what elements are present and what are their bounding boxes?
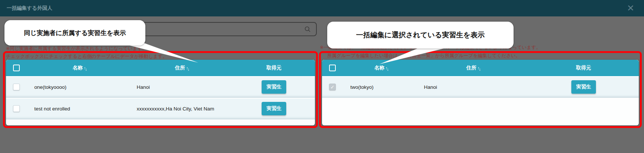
trainee-name: one(tokyoooo) (28, 84, 131, 90)
left-note-line1: ※同じ実施者に所属する実習生が表示されるようになっています。 (6, 46, 147, 52)
select-all-checkbox[interactable] (13, 65, 20, 71)
close-icon[interactable]: ✕ (627, 4, 634, 13)
check-icon: ✓ (331, 84, 335, 90)
source-badge[interactable]: 実習生 (262, 102, 287, 115)
modal-footer: ＋ 追加 ↻ 更新 実習生一覧 登録 (0, 128, 644, 153)
column-header-address[interactable]: 住所↑↓ (418, 65, 528, 71)
sort-icon: ↑↓ (477, 66, 480, 70)
table-header-row: 名称↑↓ 住所↑↓ 取得元 (6, 60, 315, 76)
left-note-line2: チェックボックスにチェックすると右側のテーブルにデータが移動します。 (6, 53, 167, 60)
column-header-source: 取得元 (233, 65, 315, 71)
batch-edit-modal: 一括編集する外国人 ✕ ※同じ実施者に所属する実習生が表示されるようになっていま… (0, 0, 644, 153)
table-header-row: 名称↑↓ 住所↑↓ 取得元 (322, 60, 639, 76)
trainee-address: Hanoi (131, 84, 233, 90)
column-header-address[interactable]: 住所↑↓ (131, 65, 233, 71)
right-note-line2: 所属グループを編集したい場合は、「実習生一覧」から所属グループを編集してください… (327, 53, 520, 59)
table-row: ✓ two(tokyo) Hanoi 実習生 (322, 76, 639, 98)
trainee-address: Hanoi (418, 84, 528, 90)
column-header-name[interactable]: 名称↑↓ (28, 65, 131, 71)
modal-title: 一括編集する外国人 (7, 5, 52, 12)
source-badge[interactable]: 実習生 (571, 80, 596, 94)
table-row: one(tokyoooo) Hanoi 実習生 (6, 76, 315, 98)
column-header-source: 取得元 (528, 65, 639, 71)
row-checkbox-checked[interactable]: ✓ (329, 84, 336, 90)
modal-titlebar: 一括編集する外国人 ✕ (0, 0, 644, 16)
table-row: test not enrolled xxxxxxxxxxx,Ha Noi Cit… (6, 98, 315, 119)
column-header-name[interactable]: 名称↑↓ (344, 65, 418, 71)
right-callout: 一括編集に選択されている実習生を表示 (327, 22, 514, 49)
trainee-name: test not enrolled (28, 106, 131, 112)
same-company-trainees-table: 名称↑↓ 住所↑↓ 取得元 one(tokyoooo) Hanoi 実習生 te… (6, 60, 315, 125)
sort-icon: ↑↓ (385, 66, 388, 70)
sort-icon: ↑↓ (84, 66, 86, 70)
trainee-name: two(tokyo) (344, 84, 418, 90)
select-all-checkbox[interactable] (329, 65, 336, 71)
search-icon (304, 26, 311, 32)
row-checkbox[interactable] (13, 84, 20, 90)
source-badge[interactable]: 実習生 (262, 80, 287, 94)
selected-trainees-table: 名称↑↓ 住所↑↓ 取得元 ✓ two(tokyo) Hanoi 実習生 (322, 60, 639, 125)
left-callout: 同じ実施者に所属する実習生を表示 (4, 20, 145, 46)
row-checkbox[interactable] (13, 105, 20, 112)
trainee-address: xxxxxxxxxxx,Ha Noi City, Viet Nam (131, 106, 233, 112)
sort-icon: ↑↓ (186, 66, 189, 70)
